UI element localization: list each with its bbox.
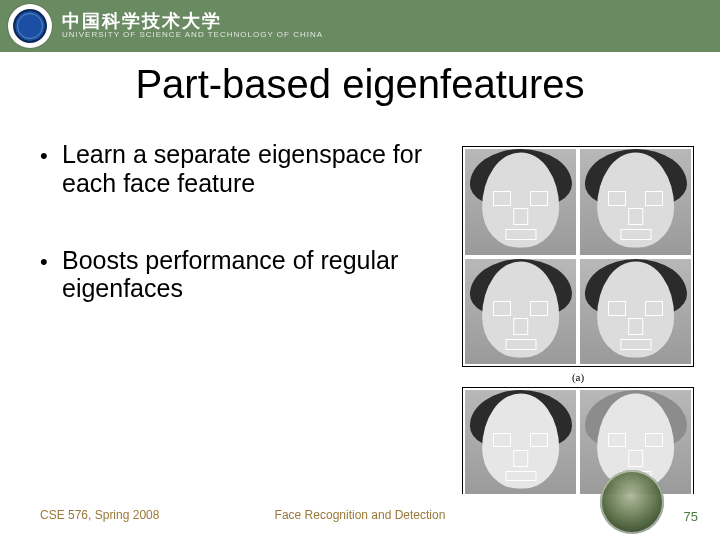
bullet-text: Learn a separate eigenspace for each fac… bbox=[62, 140, 430, 198]
footer: CSE 576, Spring 2008 Face Recognition an… bbox=[0, 494, 720, 540]
header-bar: 中国科学技术大学 UNIVERSITY OF SCIENCE AND TECHN… bbox=[0, 0, 720, 52]
bullet-item: Learn a separate eigenspace for each fac… bbox=[40, 140, 430, 198]
footer-center: Face Recognition and Detection bbox=[275, 508, 446, 522]
face-thumbnail bbox=[465, 259, 576, 365]
face-thumbnail bbox=[465, 390, 576, 496]
page-number: 75 bbox=[684, 509, 698, 524]
footer-left: CSE 576, Spring 2008 bbox=[40, 508, 159, 522]
face-grid-top bbox=[462, 146, 694, 367]
university-name-en: UNIVERSITY OF SCIENCE AND TECHNOLOGY OF … bbox=[62, 31, 323, 39]
university-logo bbox=[8, 4, 52, 48]
figure-caption-a: (a) bbox=[462, 371, 694, 383]
footer-emblem bbox=[600, 470, 664, 534]
bullet-dot-icon bbox=[40, 246, 62, 304]
university-name-block: 中国科学技术大学 UNIVERSITY OF SCIENCE AND TECHN… bbox=[62, 12, 323, 39]
eigenfeatures-figure: (a) bbox=[462, 146, 694, 458]
bullet-text: Boosts performance of regular eigenfaces bbox=[62, 246, 430, 304]
face-thumbnail bbox=[580, 149, 691, 255]
bullet-item: Boosts performance of regular eigenfaces bbox=[40, 246, 430, 304]
university-name-cn: 中国科学技术大学 bbox=[62, 12, 323, 31]
face-thumbnail bbox=[465, 149, 576, 255]
slide-title: Part-based eigenfeatures bbox=[0, 62, 720, 107]
bullet-dot-icon bbox=[40, 140, 62, 198]
face-thumbnail bbox=[580, 259, 691, 365]
slide-body: Learn a separate eigenspace for each fac… bbox=[40, 140, 430, 351]
